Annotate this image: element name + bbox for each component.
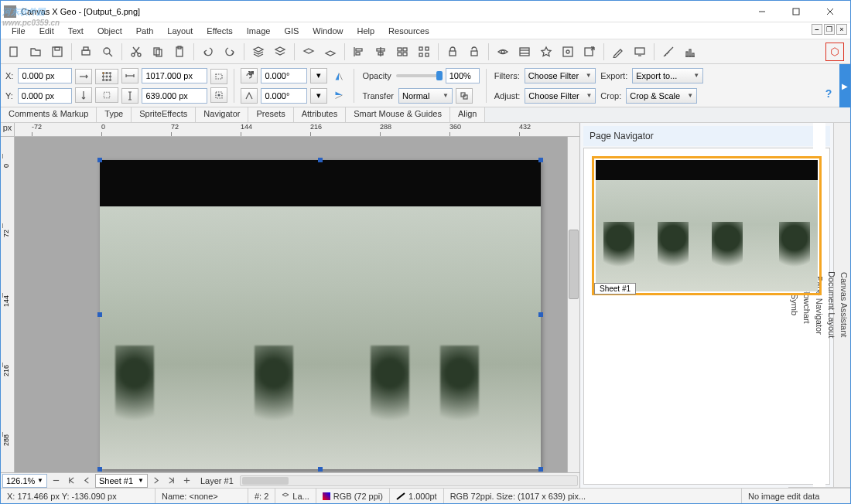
bounds-button[interactable] xyxy=(558,42,578,62)
menu-effects[interactable]: Effects xyxy=(200,25,238,37)
horizontal-scrollbar[interactable] xyxy=(240,475,578,486)
page[interactable] xyxy=(100,160,541,469)
first-page-icon[interactable] xyxy=(64,474,78,488)
new-button[interactable] xyxy=(4,42,24,62)
menu-edit[interactable]: Edit xyxy=(33,25,60,37)
redo-button[interactable] xyxy=(220,42,240,62)
align-left-button[interactable] xyxy=(349,42,369,62)
child-restore[interactable]: ❐ xyxy=(824,24,835,35)
canvas-viewport[interactable] xyxy=(15,137,567,472)
filters-dropdown[interactable]: Choose Filter▼ xyxy=(525,68,596,83)
rotate-input[interactable] xyxy=(261,68,307,83)
child-minimize[interactable]: ‒ xyxy=(812,24,822,35)
maximize-button[interactable] xyxy=(779,2,813,22)
width-input[interactable] xyxy=(142,68,207,83)
bring-front-button[interactable] xyxy=(248,42,268,62)
view-button[interactable] xyxy=(493,42,513,62)
send-backward-button[interactable] xyxy=(299,42,319,62)
align-right-button[interactable] xyxy=(392,42,412,62)
menu-text[interactable]: Text xyxy=(62,25,90,37)
save-button[interactable] xyxy=(47,42,67,62)
export-button[interactable] xyxy=(579,42,600,62)
tab-presets[interactable]: Presets xyxy=(248,107,293,122)
copy-button[interactable] xyxy=(148,42,168,62)
height-input[interactable] xyxy=(142,88,207,104)
star-button[interactable] xyxy=(536,42,556,62)
lock-button[interactable] xyxy=(443,42,463,62)
tab-attributes[interactable]: Attributes xyxy=(294,107,346,122)
dim-arrow-h-icon[interactable] xyxy=(75,69,92,84)
align-center-button[interactable] xyxy=(371,42,391,62)
rotate-90-icon[interactable]: 90 xyxy=(241,68,258,83)
cut-button[interactable] xyxy=(126,42,146,62)
sidetab-canvas-assistant[interactable]: Canvas Assistant xyxy=(838,123,850,488)
menu-object[interactable]: Object xyxy=(91,25,128,37)
child-close[interactable]: × xyxy=(836,24,847,35)
menu-image[interactable]: Image xyxy=(241,25,277,37)
skew-icon[interactable] xyxy=(241,88,258,104)
menu-layout[interactable]: Layout xyxy=(161,25,199,37)
menu-gis[interactable]: GIS xyxy=(278,25,305,37)
special-tool-button[interactable] xyxy=(825,43,844,61)
film-button[interactable] xyxy=(514,42,535,62)
last-page-icon[interactable] xyxy=(165,474,179,488)
prev-page-icon[interactable] xyxy=(80,474,94,488)
transfer-swap-icon[interactable] xyxy=(456,88,473,104)
rotate-dd-icon[interactable]: ▾ xyxy=(310,68,327,83)
crop-dropdown[interactable]: Crop & Scale▼ xyxy=(626,88,697,104)
page-thumbnail[interactable]: Sheet #1 xyxy=(592,156,822,295)
sheet-dropdown[interactable]: Sheet #1▼ xyxy=(95,474,148,488)
vertical-ruler[interactable]: 0 72 144 216 288 xyxy=(1,137,15,472)
skew-dd-icon[interactable]: ▾ xyxy=(310,88,327,104)
measure-button[interactable] xyxy=(658,42,678,62)
menu-window[interactable]: Window xyxy=(306,25,349,37)
menu-path[interactable]: Path xyxy=(130,25,160,37)
flip-h-icon[interactable] xyxy=(330,69,347,84)
tab-smartmouse[interactable]: Smart Mouse & Guides xyxy=(346,107,450,122)
sidetab-document-layout[interactable]: Document Layout xyxy=(825,123,838,488)
lock-ratio-icon[interactable] xyxy=(210,69,227,84)
horizontal-ruler[interactable]: px -72 0 72 144 216 288 360 432 xyxy=(1,123,579,137)
next-page-icon[interactable] xyxy=(149,474,163,488)
undo-button[interactable] xyxy=(198,42,218,62)
collapse-right-panel[interactable]: ▶ xyxy=(839,64,850,107)
anchor-grid[interactable] xyxy=(95,69,118,84)
minimize-button[interactable] xyxy=(745,2,779,22)
tab-type[interactable]: Type xyxy=(97,107,132,122)
transfer-dropdown[interactable]: Normal▼ xyxy=(398,88,453,104)
edit-button[interactable] xyxy=(608,42,628,62)
vertical-scrollbar[interactable] xyxy=(567,137,579,472)
selection-handles[interactable] xyxy=(100,160,541,469)
menu-help[interactable]: Help xyxy=(350,25,381,37)
close-button[interactable] xyxy=(813,2,847,22)
print-button[interactable] xyxy=(76,42,96,62)
preview-button[interactable] xyxy=(97,42,118,62)
x-input[interactable] xyxy=(18,68,72,83)
opacity-input[interactable] xyxy=(446,68,480,83)
tab-sprite[interactable]: SpriteEffects xyxy=(132,107,196,122)
flip-v-icon[interactable] xyxy=(330,87,347,103)
tab-comments[interactable]: Comments & Markup xyxy=(1,107,97,122)
menu-resources[interactable]: Resources xyxy=(382,25,436,37)
opacity-slider[interactable] xyxy=(396,74,443,77)
unlock-button[interactable] xyxy=(464,42,484,62)
y-input[interactable] xyxy=(18,88,72,104)
zoom-out-icon[interactable] xyxy=(49,474,63,488)
skew-input[interactable] xyxy=(261,88,307,104)
chart-button[interactable] xyxy=(680,42,700,62)
distribute-button[interactable] xyxy=(414,42,434,62)
export-dropdown[interactable]: Export to...▼ xyxy=(632,68,703,83)
crop-icon[interactable] xyxy=(210,87,227,103)
tab-align[interactable]: Align xyxy=(450,107,485,122)
help-button[interactable]: ? xyxy=(821,87,836,103)
bring-forward-button[interactable] xyxy=(270,42,290,62)
tab-navigator[interactable]: Navigator xyxy=(196,107,248,122)
zoom-dropdown[interactable]: 126.1%▼ xyxy=(2,474,47,488)
paste-button[interactable] xyxy=(169,42,190,62)
adjust-dropdown[interactable]: Choose Filter▼ xyxy=(525,88,596,104)
dim-arrow-v-icon[interactable] xyxy=(75,87,92,103)
open-button[interactable] xyxy=(26,42,46,62)
add-page-icon[interactable] xyxy=(180,474,194,488)
monitor-button[interactable] xyxy=(630,42,650,62)
menu-file[interactable]: File xyxy=(5,25,32,37)
